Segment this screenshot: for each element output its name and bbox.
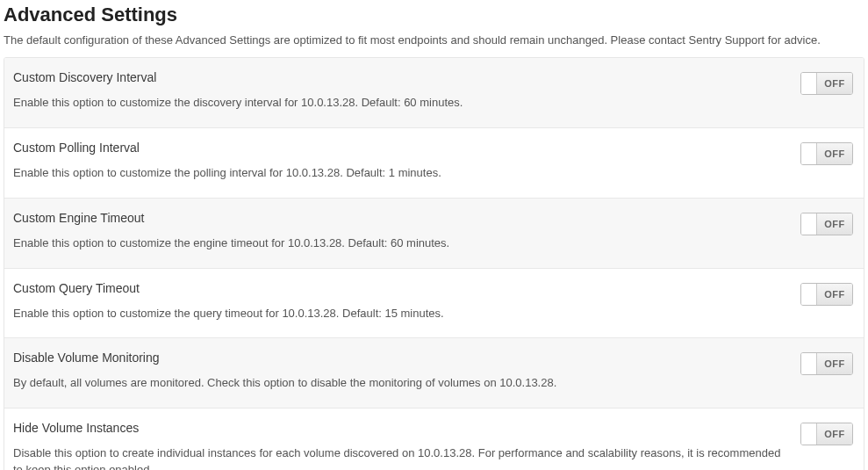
- toggle-label: OFF: [817, 213, 852, 235]
- page-subtitle: The default configuration of these Advan…: [0, 28, 868, 57]
- toggle-label: OFF: [817, 73, 852, 94]
- setting-row-custom-engine-timeout: Custom Engine Timeout Enable this option…: [4, 199, 864, 269]
- toggle-knob: [801, 353, 817, 374]
- toggle-wrap: OFF: [800, 281, 853, 307]
- toggle-knob: [801, 423, 817, 445]
- setting-description: Enable this option to customize the poll…: [13, 165, 786, 182]
- toggle-knob: [801, 284, 817, 305]
- toggle-wrap: OFF: [800, 351, 853, 377]
- setting-description: Enable this option to customize the disc…: [13, 95, 786, 112]
- toggle-wrap: OFF: [800, 141, 853, 167]
- toggle-wrap: OFF: [800, 70, 853, 97]
- settings-list: Custom Discovery Interval Enable this op…: [4, 57, 864, 470]
- setting-description: Enable this option to customize the quer…: [13, 306, 786, 322]
- toggle-custom-polling-interval[interactable]: OFF: [800, 142, 853, 165]
- setting-row-custom-polling-interval: Custom Polling Interval Enable this opti…: [4, 128, 864, 199]
- toggle-knob: [801, 73, 817, 94]
- setting-row-disable-volume-monitoring: Disable Volume Monitoring By default, al…: [4, 338, 864, 409]
- setting-title: Custom Discovery Interval: [13, 70, 786, 84]
- setting-title: Custom Polling Interval: [13, 141, 786, 155]
- setting-text: Hide Volume Instances Disable this optio…: [13, 421, 800, 470]
- toggle-knob: [801, 213, 817, 235]
- toggle-wrap: OFF: [800, 211, 853, 237]
- page-title: Advanced Settings: [0, 0, 868, 28]
- setting-text: Disable Volume Monitoring By default, al…: [13, 351, 800, 392]
- toggle-custom-discovery-interval[interactable]: OFF: [800, 72, 853, 95]
- toggle-custom-query-timeout[interactable]: OFF: [800, 283, 853, 306]
- setting-text: Custom Polling Interval Enable this opti…: [13, 141, 800, 182]
- setting-description: By default, all volumes are monitored. C…: [13, 375, 786, 392]
- toggle-label: OFF: [817, 143, 852, 164]
- setting-title: Hide Volume Instances: [13, 421, 786, 435]
- setting-title: Disable Volume Monitoring: [13, 351, 786, 365]
- setting-text: Custom Query Timeout Enable this option …: [13, 281, 800, 322]
- toggle-label: OFF: [817, 284, 852, 305]
- setting-description: Disable this option to create individual…: [13, 445, 786, 470]
- toggle-label: OFF: [817, 353, 852, 374]
- toggle-disable-volume-monitoring[interactable]: OFF: [800, 352, 853, 375]
- setting-description: Enable this option to customize the engi…: [13, 235, 786, 252]
- toggle-knob: [801, 143, 817, 164]
- toggle-custom-engine-timeout[interactable]: OFF: [800, 213, 853, 235]
- setting-title: Custom Engine Timeout: [13, 211, 786, 225]
- toggle-hide-volume-instances[interactable]: OFF: [800, 423, 853, 445]
- setting-text: Custom Discovery Interval Enable this op…: [13, 70, 800, 112]
- setting-row-hide-volume-instances: Hide Volume Instances Disable this optio…: [4, 409, 864, 470]
- setting-row-custom-query-timeout: Custom Query Timeout Enable this option …: [4, 269, 864, 339]
- setting-title: Custom Query Timeout: [13, 281, 786, 295]
- setting-text: Custom Engine Timeout Enable this option…: [13, 211, 800, 252]
- setting-row-custom-discovery-interval: Custom Discovery Interval Enable this op…: [4, 58, 864, 128]
- toggle-label: OFF: [817, 423, 852, 445]
- toggle-wrap: OFF: [800, 421, 853, 447]
